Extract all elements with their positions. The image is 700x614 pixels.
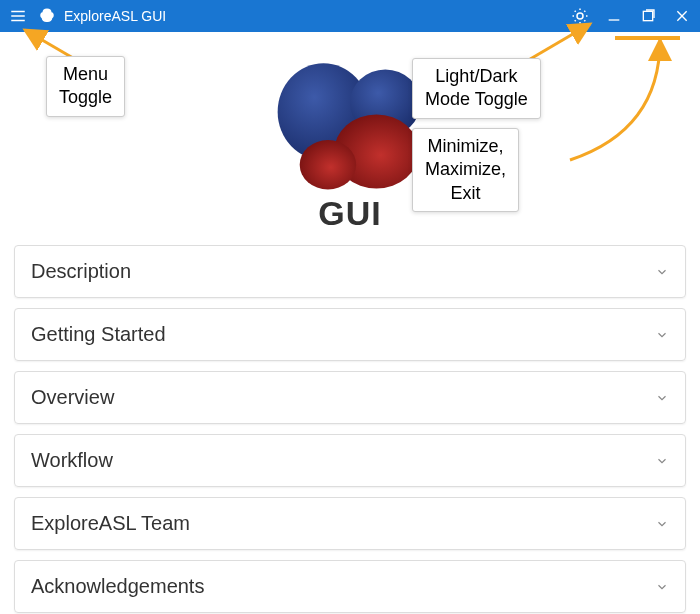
chevron-down-icon [655, 265, 669, 279]
svg-point-19 [300, 140, 356, 189]
maximize-icon [640, 8, 656, 24]
sun-icon [571, 7, 589, 25]
svg-line-6 [575, 11, 576, 12]
minimize-button[interactable] [602, 4, 626, 28]
callout-theme-toggle: Light/Dark Mode Toggle [412, 58, 541, 119]
titlebar-left: ExploreASL GUI [6, 4, 166, 28]
svg-point-3 [577, 13, 583, 19]
brain-icon [38, 7, 56, 25]
accordion-label: ExploreASL Team [31, 512, 190, 535]
chevron-down-icon [655, 517, 669, 531]
theme-toggle-button[interactable] [568, 4, 592, 28]
close-button[interactable] [670, 4, 694, 28]
chevron-down-icon [655, 580, 669, 594]
close-icon [674, 8, 690, 24]
accordion-item-acknowledgements[interactable]: Acknowledgements [14, 560, 686, 613]
accordion-item-overview[interactable]: Overview [14, 371, 686, 424]
svg-line-11 [584, 11, 585, 12]
chevron-down-icon [655, 328, 669, 342]
callout-menu-toggle: Menu Toggle [46, 56, 125, 117]
logo-text: GUI [318, 194, 381, 233]
svg-line-10 [575, 20, 576, 21]
accordion-label: Getting Started [31, 323, 166, 346]
accordion-list: Description Getting Started Overview Wor… [0, 245, 700, 613]
svg-line-7 [584, 20, 585, 21]
maximize-button[interactable] [636, 4, 660, 28]
accordion-item-workflow[interactable]: Workflow [14, 434, 686, 487]
titlebar-right [568, 4, 694, 28]
accordion-label: Workflow [31, 449, 113, 472]
svg-rect-13 [643, 11, 652, 20]
accordion-item-description[interactable]: Description [14, 245, 686, 298]
callout-window-controls: Minimize, Maximize, Exit [412, 128, 519, 212]
accordion-item-getting-started[interactable]: Getting Started [14, 308, 686, 361]
titlebar: ExploreASL GUI [0, 0, 700, 32]
chevron-down-icon [655, 391, 669, 405]
hamburger-icon [9, 7, 27, 25]
menu-toggle-button[interactable] [6, 4, 30, 28]
accordion-label: Description [31, 260, 131, 283]
chevron-down-icon [655, 454, 669, 468]
accordion-item-team[interactable]: ExploreASL Team [14, 497, 686, 550]
accordion-label: Acknowledgements [31, 575, 204, 598]
minimize-icon [606, 8, 622, 24]
app-title: ExploreASL GUI [64, 8, 166, 24]
accordion-label: Overview [31, 386, 114, 409]
